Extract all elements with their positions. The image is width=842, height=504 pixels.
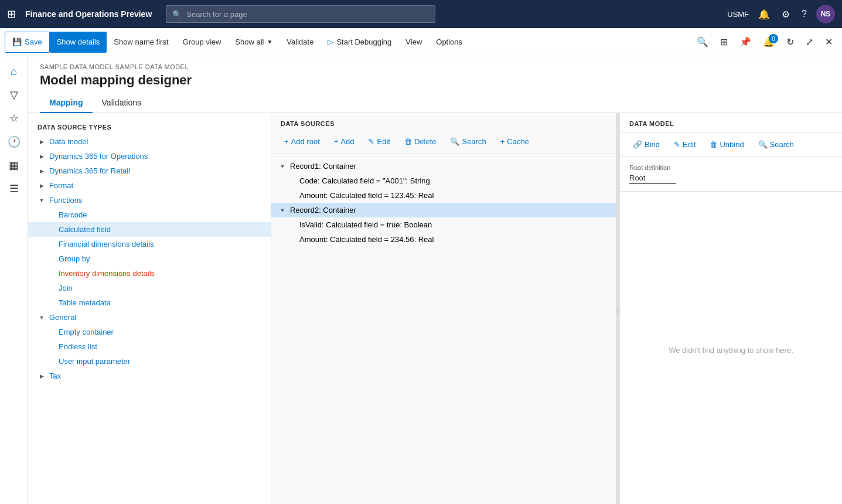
item-label: Empty container	[59, 328, 114, 336]
chevron-down-icon: ▼	[267, 39, 272, 45]
expand-icon	[47, 270, 55, 278]
save-icon: 💾	[12, 38, 22, 46]
item-label: Amount: Calculated field = 123.45: Real	[299, 191, 434, 200]
tree-item-data-model[interactable]: ▶ Data model	[28, 134, 271, 149]
item-label: User input parameter	[59, 357, 130, 366]
options-button[interactable]: Options	[429, 32, 469, 53]
tab-validations[interactable]: Validations	[93, 93, 151, 113]
item-label: Group by	[59, 254, 90, 263]
data-sources-tree: ▼ Record1: Container Code: Calculated fi…	[271, 154, 616, 504]
settings-button[interactable]: ⚙	[779, 6, 792, 22]
add-button[interactable]: + Add	[328, 134, 360, 149]
tree-item-join[interactable]: Join	[28, 281, 271, 295]
app-grid-icon[interactable]: ⊞	[7, 8, 16, 21]
global-search-bar[interactable]: 🔍	[166, 5, 435, 23]
sidebar-item-workspace[interactable]: ▦	[4, 155, 25, 176]
bind-button[interactable]: 🔗 Bind	[627, 137, 666, 152]
tree-item-group-by[interactable]: Group by	[28, 251, 271, 266]
data-sources-header: DATA SOURCES	[271, 113, 616, 132]
tree-item-format[interactable]: ▶ Format	[28, 178, 271, 193]
tree-item-inventory-dim[interactable]: Inventory dimensions details	[28, 266, 271, 281]
help-button[interactable]: ?	[799, 6, 809, 22]
edit-button[interactable]: ✎ Edit	[362, 134, 396, 149]
edit-icon: ✎	[674, 140, 680, 149]
item-label: Functions	[49, 196, 82, 205]
show-name-first-button[interactable]: Show name first	[107, 32, 175, 53]
notifications-button[interactable]: 🔔	[756, 6, 772, 22]
sidebar-item-history[interactable]: 🕐	[4, 131, 25, 152]
tree-item-general[interactable]: ▼ General	[28, 310, 271, 325]
global-search-input[interactable]	[186, 10, 429, 19]
save-button[interactable]: 💾 Save	[5, 32, 50, 53]
open-new-button[interactable]: ⤢	[801, 33, 818, 51]
ds-item-record1[interactable]: ▼ Record1: Container	[271, 159, 616, 173]
item-label: Data model	[49, 137, 88, 146]
notification-cmd-button[interactable]: 🔔 0	[758, 33, 779, 51]
plus-icon: +	[500, 137, 505, 146]
layout-button[interactable]: ⊞	[715, 33, 732, 51]
item-label: Calculated field	[59, 225, 111, 234]
item-label: Inventory dimensions details	[59, 269, 155, 278]
tree-item-endless-list[interactable]: Endless list	[28, 339, 271, 354]
debug-icon: ▷	[328, 38, 333, 46]
expand-icon	[288, 221, 296, 229]
ds-item-amount2[interactable]: Amount: Calculated field = 234.56: Real	[271, 232, 616, 247]
expand-icon	[288, 236, 296, 244]
add-root-button[interactable]: + Add root	[278, 134, 326, 149]
search-icon: 🔍	[758, 140, 768, 149]
item-label: Tax	[49, 372, 61, 380]
ds-item-code[interactable]: Code: Calculated field = "A001": String	[271, 173, 616, 188]
unbind-button[interactable]: 🗑 Unbind	[704, 137, 749, 152]
ds-item-amount1[interactable]: Amount: Calculated field = 123.45: Real	[271, 188, 616, 203]
delete-icon: 🗑	[404, 137, 412, 146]
close-button[interactable]: ✕	[820, 33, 837, 51]
search-ds-button[interactable]: 🔍 Search	[444, 134, 492, 149]
tree-item-user-input-param[interactable]: User input parameter	[28, 354, 271, 369]
expand-icon	[47, 226, 55, 234]
tree-item-dynamics-ops[interactable]: ▶ Dynamics 365 for Operations	[28, 149, 271, 164]
group-view-button[interactable]: Group view	[176, 32, 229, 53]
show-details-button[interactable]: Show details	[50, 32, 107, 53]
sidebar-item-home[interactable]: ⌂	[4, 61, 25, 82]
sidebar-item-filter[interactable]: ▽	[4, 84, 25, 105]
app-title: Finance and Operations Preview	[25, 9, 152, 19]
show-all-button[interactable]: Show all ▼	[228, 32, 279, 53]
main-content: SAMPLE DATA MODEL SAMPLE DATA MODEL Mode…	[28, 56, 842, 504]
cache-button[interactable]: + Cache	[495, 134, 535, 149]
item-label: Record2: Container	[290, 206, 356, 214]
ds-item-isvalid[interactable]: IsValid: Calculated field = true: Boolea…	[271, 217, 616, 232]
expand-icon	[288, 177, 296, 185]
tree-item-functions[interactable]: ▼ Functions	[28, 193, 271, 207]
tree-item-financial-dim[interactable]: Financial dimensions details	[28, 237, 271, 251]
data-model-empty-message: We didn't find anything to show here.	[620, 192, 842, 504]
data-model-header: DATA MODEL	[620, 113, 842, 132]
page-header: SAMPLE DATA MODEL SAMPLE DATA MODEL Mode…	[28, 56, 842, 113]
tree-item-empty-container[interactable]: Empty container	[28, 325, 271, 339]
avatar[interactable]: NS	[816, 5, 835, 23]
tree-item-barcode[interactable]: Barcode	[28, 207, 271, 222]
search-cmd-button[interactable]: 🔍	[692, 33, 713, 51]
ds-item-record2[interactable]: ▼ Record2: Container	[271, 203, 616, 217]
data-sources-toolbar: + Add root + Add ✎ Edit 🗑 Delete 🔍 S	[271, 132, 616, 154]
tree-item-calculated-field[interactable]: Calculated field	[28, 222, 271, 237]
delete-button[interactable]: 🗑 Delete	[398, 134, 442, 149]
expand-icon: ▶	[38, 167, 46, 175]
edit-icon: ✎	[368, 137, 374, 146]
refresh-button[interactable]: ↻	[782, 33, 799, 51]
tree-item-dynamics-retail[interactable]: ▶ Dynamics 365 for Retail	[28, 164, 271, 178]
page-title: Model mapping designer	[40, 73, 830, 88]
start-debugging-button[interactable]: ▷ Start Debugging	[321, 32, 398, 53]
root-definition-section: Root definition Root	[620, 157, 842, 192]
sidebar-item-list[interactable]: ☰	[4, 178, 25, 199]
pin-button[interactable]: 📌	[735, 33, 756, 51]
sidebar-item-favorites[interactable]: ☆	[4, 108, 25, 129]
view-button[interactable]: View	[398, 32, 429, 53]
validate-button[interactable]: Validate	[279, 32, 321, 53]
dm-edit-button[interactable]: ✎ Edit	[668, 137, 701, 152]
tab-mapping[interactable]: Mapping	[40, 93, 93, 113]
item-label: Dynamics 365 for Retail	[49, 166, 130, 175]
dm-search-button[interactable]: 🔍 Search	[752, 137, 800, 152]
tree-item-tax[interactable]: ▶ Tax	[28, 369, 271, 383]
tree-item-table-metadata[interactable]: Table metadata	[28, 295, 271, 310]
bind-icon: 🔗	[633, 140, 642, 149]
